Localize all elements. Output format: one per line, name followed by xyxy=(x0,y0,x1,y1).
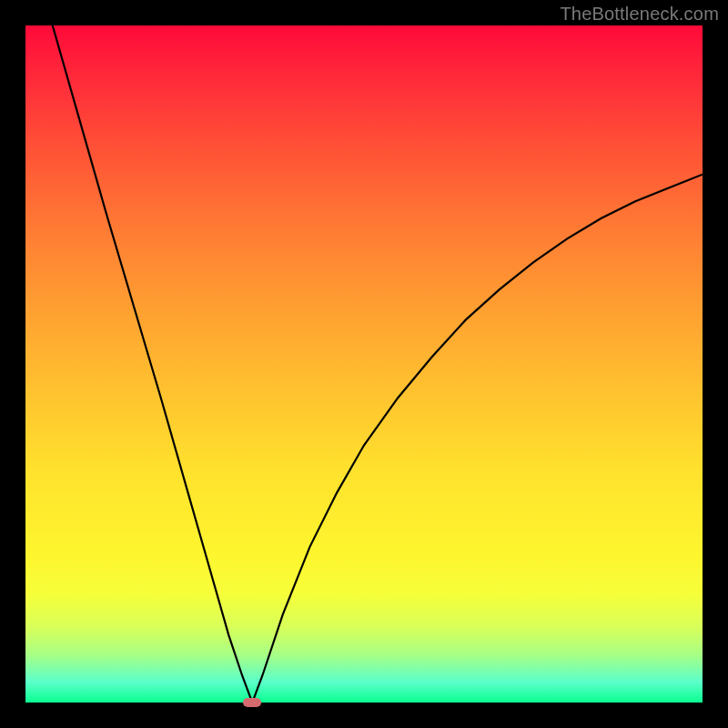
chart-frame: TheBottleneck.com xyxy=(0,0,728,728)
watermark-text: TheBottleneck.com xyxy=(560,4,719,25)
bottleneck-curve xyxy=(25,25,703,703)
minimum-marker xyxy=(243,698,261,707)
plot-area xyxy=(25,25,703,703)
